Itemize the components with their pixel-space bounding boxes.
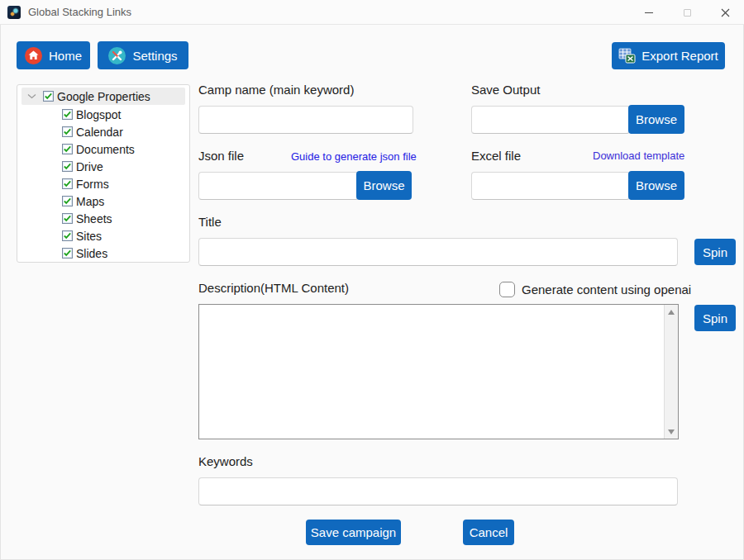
maximize-button bbox=[668, 0, 706, 25]
tree-item-label: Documents bbox=[76, 143, 135, 156]
tree-item-label: Forms bbox=[76, 178, 109, 191]
excel-file-input[interactable] bbox=[471, 172, 630, 200]
excel-file-label: Excel file bbox=[471, 149, 521, 163]
home-icon bbox=[25, 47, 42, 64]
save-campaign-button[interactable]: Save campaign bbox=[306, 520, 401, 545]
window-controls bbox=[630, 0, 744, 25]
keywords-label: Keywords bbox=[198, 454, 253, 468]
settings-tools-icon bbox=[108, 47, 126, 64]
tree-item-forms[interactable]: Forms bbox=[21, 175, 185, 192]
settings-button[interactable]: Settings bbox=[98, 41, 188, 69]
tree-item-google-properties[interactable]: Google Properties bbox=[21, 88, 185, 105]
home-button[interactable]: Home bbox=[17, 41, 90, 69]
checkbox-sheets[interactable] bbox=[62, 213, 73, 224]
tree-item-drive[interactable]: Drive bbox=[21, 158, 185, 175]
checkbox-documents[interactable] bbox=[62, 144, 73, 154]
excel-export-icon bbox=[618, 48, 636, 64]
description-spin-button[interactable]: Spin bbox=[694, 305, 736, 331]
description-scrollbar[interactable] bbox=[664, 305, 678, 439]
json-file-browse-button[interactable]: Browse bbox=[356, 171, 412, 200]
tree-item-documents[interactable]: Documents bbox=[21, 140, 185, 158]
camp-name-input[interactable] bbox=[198, 106, 413, 134]
excel-file-browse-button[interactable]: Browse bbox=[628, 171, 684, 200]
title-input[interactable] bbox=[198, 238, 678, 266]
tree-item-label: Calendar bbox=[76, 126, 123, 139]
tree-item-calendar[interactable]: Calendar bbox=[21, 123, 185, 140]
json-file-label: Json file bbox=[198, 149, 244, 163]
app-window: Global Stacking Links Home Sett bbox=[0, 0, 744, 560]
openai-checkbox-label: Generate content using openai bbox=[522, 282, 691, 297]
tree-item-label: Maps bbox=[76, 195, 104, 208]
description-text[interactable] bbox=[199, 305, 664, 439]
window-title: Global Stacking Links bbox=[28, 6, 131, 18]
export-report-button[interactable]: Export Report bbox=[612, 42, 725, 69]
description-label: Description(HTML Content) bbox=[198, 281, 349, 295]
checkbox-slides[interactable] bbox=[62, 248, 73, 259]
tree-item-label: Sheets bbox=[76, 212, 112, 225]
checkbox-drive[interactable] bbox=[62, 161, 73, 172]
tree-item-label: Google Properties bbox=[57, 90, 150, 103]
keywords-input[interactable] bbox=[198, 477, 678, 505]
camp-name-label: Camp name (main keyword) bbox=[198, 83, 354, 97]
tree-item-label: Slides bbox=[76, 247, 107, 260]
minimize-button[interactable] bbox=[630, 0, 668, 25]
description-textarea[interactable] bbox=[198, 304, 679, 439]
tree-item-label: Blogspot bbox=[76, 108, 121, 121]
checkbox-blogspot[interactable] bbox=[62, 109, 73, 120]
scroll-up-button[interactable] bbox=[665, 305, 678, 319]
checkbox-sites[interactable] bbox=[62, 230, 73, 241]
maximize-icon bbox=[684, 9, 691, 17]
tree-item-maps[interactable]: Maps bbox=[21, 192, 185, 210]
checkbox-calendar[interactable] bbox=[62, 126, 73, 137]
close-button[interactable] bbox=[706, 0, 744, 25]
tree-item-slides[interactable]: Slides bbox=[21, 244, 185, 262]
save-output-input[interactable] bbox=[471, 106, 630, 134]
scroll-down-icon bbox=[668, 429, 675, 434]
title-bar: Global Stacking Links bbox=[0, 0, 744, 25]
checkbox-forms[interactable] bbox=[62, 178, 73, 189]
tree-item-label: Sites bbox=[76, 230, 102, 243]
scroll-up-icon bbox=[668, 310, 675, 315]
title-label: Title bbox=[198, 215, 222, 229]
tree-item-sites[interactable]: Sites bbox=[21, 227, 185, 244]
app-icon bbox=[7, 6, 21, 19]
properties-tree: Google Properties Blogspot Calendar Docu… bbox=[17, 84, 190, 263]
export-report-label: Export Report bbox=[641, 49, 718, 63]
download-template-link[interactable]: Download template bbox=[593, 149, 684, 162]
close-icon bbox=[721, 8, 730, 17]
tree-item-sheets[interactable]: Sheets bbox=[21, 210, 185, 227]
minimize-icon bbox=[645, 12, 653, 13]
checkbox-maps[interactable] bbox=[62, 196, 73, 206]
json-guide-link[interactable]: Guide to generate json file bbox=[291, 150, 417, 163]
checkbox-google-properties[interactable] bbox=[43, 91, 54, 102]
scroll-down-button[interactable] bbox=[665, 425, 678, 439]
settings-button-label: Settings bbox=[132, 49, 177, 63]
tree-item-label: Drive bbox=[76, 160, 103, 173]
home-button-label: Home bbox=[49, 49, 82, 63]
save-output-browse-button[interactable]: Browse bbox=[628, 105, 684, 134]
openai-checkbox[interactable] bbox=[499, 282, 515, 297]
cancel-button[interactable]: Cancel bbox=[463, 520, 514, 545]
title-spin-button[interactable]: Spin bbox=[694, 239, 736, 265]
json-file-input[interactable] bbox=[198, 172, 359, 200]
tree-item-blogspot[interactable]: Blogspot bbox=[21, 106, 185, 123]
chevron-down-icon[interactable] bbox=[27, 93, 37, 101]
save-output-label: Save Output bbox=[471, 83, 540, 97]
